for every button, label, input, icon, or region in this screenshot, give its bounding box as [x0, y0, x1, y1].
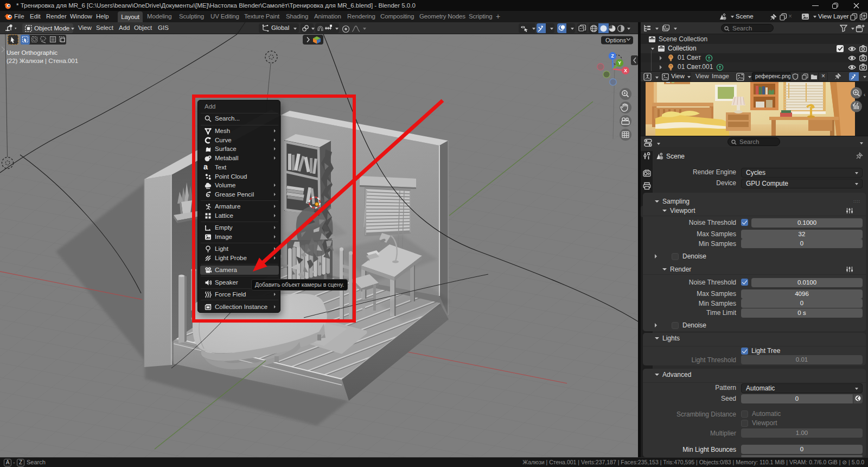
svg-text:Z: Z [611, 53, 614, 59]
svg-text:Y: Y [618, 60, 621, 66]
svg-text:(22) Жалюзи | Стена.001: (22) Жалюзи | Стена.001 [7, 58, 78, 64]
svg-text:X: X [624, 68, 627, 73]
svg-text:Options: Options [605, 37, 626, 43]
svg-text:User Orthographic: User Orthographic [7, 49, 58, 56]
